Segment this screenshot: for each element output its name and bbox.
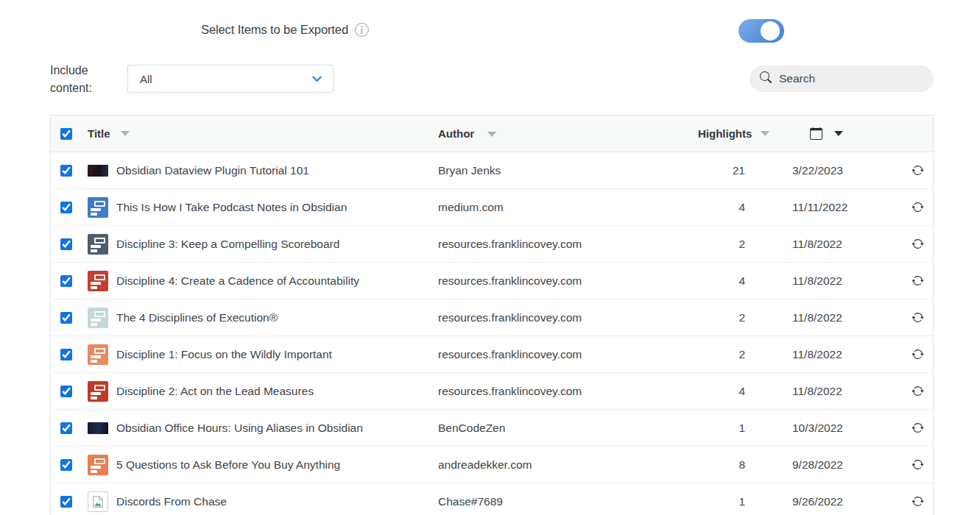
items-table: Title Author Highlights: [50, 115, 934, 515]
row-checkbox[interactable]: [60, 349, 72, 360]
export-dialog: Select Items to be Exported Include cont…: [0, 0, 980, 515]
item-title: This Is How I Take Podcast Notes in Obsi…: [116, 201, 347, 214]
table-row: Discipline 1: Focus on the Wildly Import…: [51, 336, 933, 373]
row-checkbox[interactable]: [60, 496, 72, 508]
sync-icon[interactable]: [912, 385, 924, 397]
include-content-label: Include content:: [50, 62, 103, 97]
row-checkbox[interactable]: [60, 386, 72, 397]
item-title: Discords From Chase: [116, 495, 227, 508]
item-author: resources.franklincovey.com: [438, 311, 659, 324]
title-sort-icon[interactable]: [121, 131, 130, 136]
item-author: Bryan Jenks: [438, 164, 659, 177]
table-body: Obsidian Dataview Plugin Tutorial 101 Br…: [51, 152, 933, 515]
sync-icon[interactable]: [912, 458, 924, 471]
item-thumbnail: [88, 344, 108, 365]
item-date: 11/8/2022: [745, 385, 878, 398]
item-title: Obsidian Office Hours: Using Aliases in …: [116, 422, 363, 435]
item-date: 11/8/2022: [745, 348, 878, 361]
table-row: Discords From Chase Chase#7689 1 9/26/20…: [51, 483, 933, 515]
item-date: 9/26/2022: [745, 495, 878, 508]
item-title: Obsidian Dataview Plugin Tutorial 101: [116, 164, 309, 177]
item-title: The 4 Disciplines of Execution®: [116, 311, 278, 324]
toggle-knob: [761, 21, 780, 40]
select-all-checkbox[interactable]: [60, 128, 72, 140]
title-column-header[interactable]: Title: [88, 127, 110, 140]
row-checkbox[interactable]: [60, 165, 72, 177]
select-value: All: [140, 73, 311, 85]
item-title: 5 Questions to Ask Before You Buy Anythi…: [116, 458, 340, 472]
item-highlights-count: 21: [659, 164, 745, 177]
author-column-header[interactable]: Author: [438, 127, 474, 140]
sync-icon[interactable]: [912, 495, 924, 508]
table-row: Obsidian Office Hours: Using Aliases in …: [51, 410, 933, 447]
item-title: Discipline 2: Act on the Lead Measures: [116, 385, 314, 398]
item-thumbnail: [88, 234, 108, 255]
table-row: Discipline 4: Create a Cadence of Accoun…: [51, 263, 933, 299]
row-checkbox[interactable]: [60, 275, 72, 287]
item-thumbnail: [88, 422, 108, 434]
sync-icon[interactable]: [912, 164, 924, 177]
item-thumbnail: [88, 308, 108, 328]
item-thumbnail: [88, 455, 108, 475]
item-date: 9/28/2022: [745, 458, 878, 472]
table-row: This Is How I Take Podcast Notes in Obsi…: [51, 189, 933, 226]
item-author: BenCodeZen: [438, 422, 659, 435]
item-highlights-count: 4: [659, 385, 745, 398]
search-icon: [760, 71, 772, 86]
item-thumbnail: [88, 381, 108, 402]
item-highlights-count: 1: [659, 495, 745, 508]
broken-image-icon: [91, 495, 105, 508]
row-checkbox[interactable]: [60, 422, 72, 434]
table-row: Discipline 3: Keep a Compelling Scoreboa…: [51, 226, 933, 263]
row-checkbox[interactable]: [60, 238, 72, 250]
row-checkbox[interactable]: [60, 459, 72, 471]
item-date: 3/22/2023: [745, 164, 878, 177]
item-thumbnail: [88, 271, 108, 291]
sync-icon[interactable]: [912, 238, 924, 250]
item-thumbnail: [88, 197, 108, 218]
row-checkbox[interactable]: [60, 312, 72, 324]
author-sort-icon[interactable]: [487, 132, 496, 137]
item-author: andreadekker.com: [438, 458, 659, 472]
sync-icon[interactable]: [912, 422, 924, 434]
export-toggle[interactable]: [738, 19, 784, 43]
item-title: Discipline 1: Focus on the Wildly Import…: [116, 348, 332, 361]
item-title: Discipline 4: Create a Cadence of Accoun…: [116, 274, 359, 288]
date-filter-caret-icon[interactable]: [834, 131, 843, 136]
item-thumbnail: [88, 491, 108, 512]
table-row: 5 Questions to Ask Before You Buy Anythi…: [51, 447, 933, 483]
table-row: The 4 Disciplines of Execution® resource…: [51, 299, 933, 336]
item-author: medium.com: [438, 201, 659, 214]
sync-icon[interactable]: [912, 201, 924, 213]
item-highlights-count: 8: [659, 458, 745, 472]
item-date: 11/8/2022: [745, 311, 878, 324]
item-highlights-count: 1: [659, 422, 745, 435]
calendar-icon[interactable]: [810, 127, 822, 140]
search-input[interactable]: [779, 72, 926, 85]
sync-icon[interactable]: [912, 348, 924, 360]
item-author: Chase#7689: [438, 495, 659, 508]
search-box: [750, 65, 934, 92]
item-author: resources.franklincovey.com: [438, 238, 659, 251]
table-row: Discipline 2: Act on the Lead Measures r…: [51, 373, 933, 410]
table-header-row: Title Author Highlights: [51, 116, 933, 152]
table-row: Obsidian Dataview Plugin Tutorial 101 Br…: [51, 152, 933, 189]
item-author: resources.franklincovey.com: [438, 348, 659, 361]
include-content-select[interactable]: All: [127, 65, 334, 93]
row-checkbox[interactable]: [60, 202, 72, 213]
item-highlights-count: 2: [659, 311, 745, 324]
item-author: resources.franklincovey.com: [438, 385, 659, 398]
item-highlights-count: 4: [659, 201, 745, 214]
info-circle-icon[interactable]: [355, 23, 369, 37]
item-author: resources.franklincovey.com: [438, 274, 659, 288]
sync-icon[interactable]: [912, 311, 924, 324]
item-highlights-count: 4: [659, 274, 745, 288]
item-date: 11/8/2022: [745, 238, 878, 251]
highlights-column-header[interactable]: Highlights: [698, 127, 752, 140]
chevron-down-icon: [311, 74, 322, 85]
sync-icon[interactable]: [912, 274, 924, 287]
item-title: Discipline 3: Keep a Compelling Scoreboa…: [116, 238, 339, 251]
item-date: 11/11/2022: [745, 201, 878, 214]
item-thumbnail: [88, 165, 108, 177]
item-highlights-count: 2: [659, 348, 745, 361]
